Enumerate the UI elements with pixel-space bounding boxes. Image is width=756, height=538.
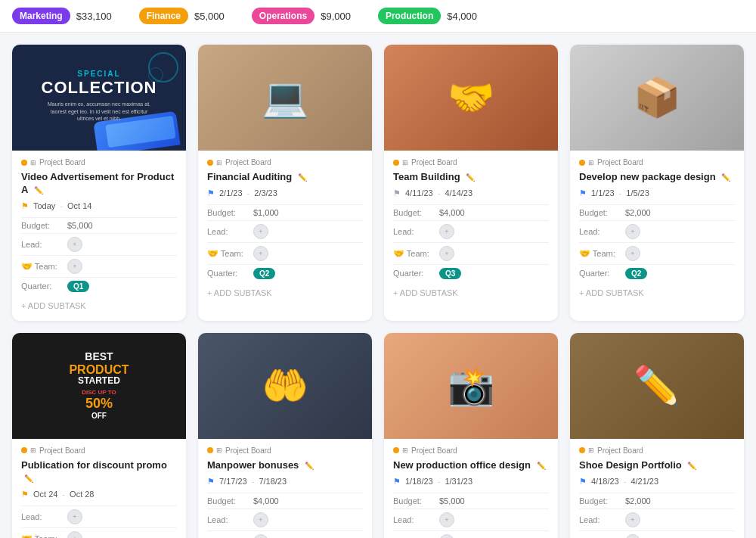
lead-avatar[interactable]: + (67, 509, 82, 524)
quarter-badge: Q1 (67, 281, 89, 292)
card-body-manpower-bonuses: ⊞ Project Board Manpower bonuses ✏️ ⚑ 7/… (198, 439, 372, 538)
card-publication-promo: BEST PRODUCT STARTED DISC UP TO 50% OFF … (12, 333, 186, 538)
edit-icon[interactable]: ✏️ (537, 462, 546, 470)
quarter-row-financial-auditing: Quarter: Q2 (207, 264, 363, 282)
date-row-shoe-design: ⚑ 4/18/23 - 4/21/23 (579, 477, 735, 487)
team-avatar[interactable]: + (67, 259, 82, 274)
date-row-publication-promo: ⚑ Oct 24 - Oct 28 (21, 490, 177, 499)
team-label: 🤝 Team: (21, 533, 63, 538)
date-end: Oct 28 (70, 490, 94, 499)
team-avatar[interactable]: + (625, 246, 640, 261)
flag-icon: ⚑ (393, 477, 401, 487)
lead-label: Lead: (393, 227, 435, 236)
budget-value: $2,000 (625, 496, 651, 505)
team-row-new-production-office: 🤝 Team: + (393, 530, 549, 538)
add-subtask-develop-package[interactable]: + ADD SUBTASK (579, 282, 735, 300)
team-avatar[interactable]: + (253, 534, 268, 538)
lead-label: Lead: (21, 240, 63, 249)
cards-grid: SPECIAL COLLECTION Mauris enim ex, accum… (0, 33, 756, 538)
edit-icon[interactable]: ✏️ (466, 173, 475, 182)
card-team-building: 🤝 ⊞ Project Board Team Building ✏️ ⚑ 4/1… (384, 45, 558, 321)
lead-label: Lead: (21, 512, 63, 521)
date-start: 7/17/23 (219, 477, 247, 486)
team-row-shoe-design: 🤝 Team: + (579, 530, 735, 538)
card-body-develop-package: ⊞ Project Board Develop new package desi… (570, 151, 744, 308)
dept-badge-finance[interactable]: Finance (139, 8, 188, 24)
team-avatar[interactable]: + (625, 534, 640, 538)
team-icon: 🤝 (207, 248, 218, 259)
budget-value: $5,000 (67, 221, 93, 230)
card-title-team-building: Team Building ✏️ (393, 171, 549, 184)
team-label: 🤝 Team: (393, 248, 435, 259)
lead-avatar[interactable]: + (625, 224, 640, 239)
card-title-video-ad: Video Advertisement for Product A ✏️ (21, 171, 177, 197)
dept-badge-marketing[interactable]: Marketing (12, 8, 70, 24)
card-manpower-bonuses: 🤲 ⊞ Project Board Manpower bonuses ✏️ ⚑ … (198, 333, 372, 538)
card-title-develop-package: Develop new package design ✏️ (579, 171, 735, 184)
budget-value: $4,000 (253, 496, 279, 505)
pb-icon: ⊞ (402, 159, 408, 166)
flag-icon: ⚑ (207, 188, 215, 198)
edit-icon[interactable]: ✏️ (24, 474, 33, 483)
card-image-laptop: 💻 (198, 45, 372, 151)
add-subtask-video-ad[interactable]: + ADD SUBTASK (21, 295, 177, 313)
lead-avatar[interactable]: + (439, 224, 454, 239)
lead-avatar[interactable]: + (67, 237, 82, 252)
budget-label: Budget: (579, 208, 621, 217)
project-board-row-develop-package: ⊞ Project Board (579, 158, 735, 166)
budget-value: $2,000 (625, 208, 651, 217)
lead-label: Lead: (207, 515, 249, 524)
quarter-row-develop-package: Quarter: Q2 (579, 264, 735, 282)
pb-icon: ⊞ (30, 446, 36, 454)
project-board-row-manpower-bonuses: ⊞ Project Board (207, 446, 363, 455)
dept-badge-production[interactable]: Production (378, 8, 441, 24)
card-image-handshake: 🤲 (198, 333, 372, 439)
flag-icon: ⚑ (21, 201, 29, 211)
lead-row-video-ad: Lead: + (21, 233, 177, 255)
edit-icon[interactable]: ✏️ (34, 186, 43, 194)
card-title-publication-promo: Publication for discount promo ✏️ (21, 459, 177, 485)
budget-row-team-building: Budget: $4,000 (393, 204, 549, 220)
date-row-new-production-office: ⚑ 1/18/23 - 1/31/23 (393, 477, 549, 487)
dept-badge-operations[interactable]: Operations (252, 8, 314, 24)
team-avatar[interactable]: + (67, 531, 82, 538)
team-avatar[interactable]: + (439, 246, 454, 261)
budget-label: Budget: (579, 496, 621, 505)
pb-label: Project Board (225, 446, 271, 455)
lead-avatar[interactable]: + (253, 512, 268, 527)
pb-label: Project Board (411, 446, 457, 455)
project-board-row-team-building: ⊞ Project Board (393, 158, 549, 166)
date-row-team-building: ⚑ 4/11/23 - 4/14/23 (393, 188, 549, 198)
lead-avatar[interactable]: + (625, 512, 640, 527)
date-start: 1/18/23 (405, 477, 433, 486)
card-body-team-building: ⊞ Project Board Team Building ✏️ ⚑ 4/11/… (384, 151, 558, 308)
pb-label: Project Board (597, 158, 643, 166)
project-board-row-publication-promo: ⊞ Project Board (21, 446, 177, 455)
edit-icon[interactable]: ✏️ (687, 462, 696, 470)
add-subtask-financial-auditing[interactable]: + ADD SUBTASK (207, 282, 363, 300)
edit-icon[interactable]: ✏️ (305, 462, 314, 470)
quarter-row-team-building: Quarter: Q3 (393, 264, 549, 282)
card-title-new-production-office: New production office design ✏️ (393, 459, 549, 472)
date-row-manpower-bonuses: ⚑ 7/17/23 - 7/18/23 (207, 477, 363, 487)
lead-label: Lead: (579, 227, 621, 236)
edit-icon[interactable]: ✏️ (298, 173, 307, 182)
card-image-team: 🤝 (384, 45, 558, 151)
budget-row-shoe-design: Budget: $2,000 (579, 493, 735, 508)
date-sep: - (252, 477, 255, 486)
edit-icon[interactable]: ✏️ (721, 173, 730, 182)
pb-dot (207, 447, 213, 453)
quarter-badge: Q3 (439, 268, 461, 279)
team-avatar[interactable]: + (439, 534, 454, 538)
date-row-develop-package: ⚑ 1/1/23 - 1/5/23 (579, 188, 735, 198)
lead-row-manpower-bonuses: Lead: + (207, 508, 363, 530)
date-sep: - (438, 477, 441, 486)
lead-row-publication-promo: Lead: + (21, 505, 177, 527)
pb-icon: ⊞ (30, 159, 36, 166)
add-subtask-team-building[interactable]: + ADD SUBTASK (393, 282, 549, 300)
pb-label: Project Board (597, 446, 643, 455)
lead-avatar[interactable]: + (253, 224, 268, 239)
pb-icon: ⊞ (216, 446, 222, 454)
lead-avatar[interactable]: + (439, 512, 454, 527)
team-avatar[interactable]: + (253, 246, 268, 261)
